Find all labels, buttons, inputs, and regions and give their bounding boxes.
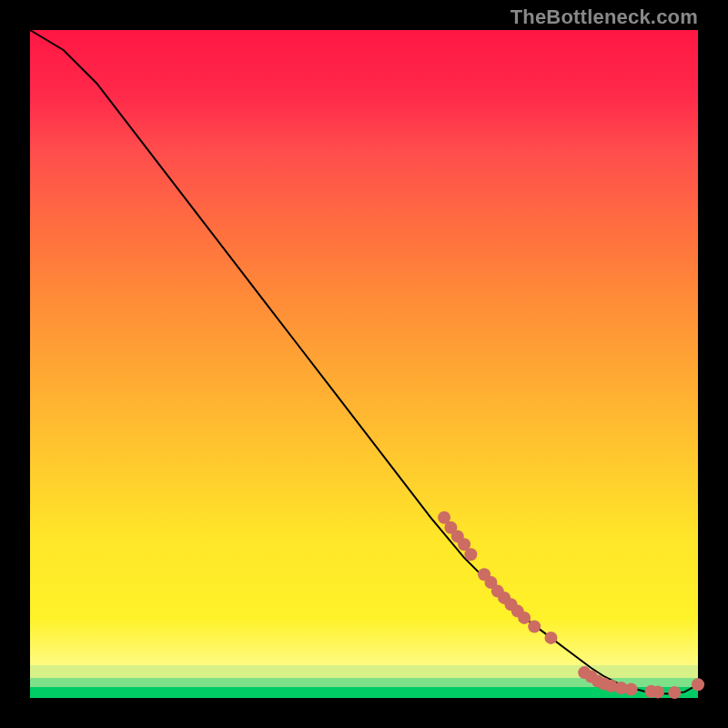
scatter-point <box>528 621 541 633</box>
chart-stage: TheBottleneck.com <box>0 0 728 728</box>
scatter-point <box>625 683 638 696</box>
scatter-point-group <box>438 511 704 699</box>
scatter-point <box>545 632 558 644</box>
watermark-text: TheBottleneck.com <box>511 5 698 29</box>
scatter-point <box>464 548 477 561</box>
scatter-point <box>518 612 531 624</box>
scatter-point <box>652 685 664 698</box>
scatter-point <box>668 686 681 699</box>
chart-overlay-svg <box>30 30 698 698</box>
scatter-point <box>692 678 704 691</box>
bottleneck-curve-line <box>30 30 698 694</box>
